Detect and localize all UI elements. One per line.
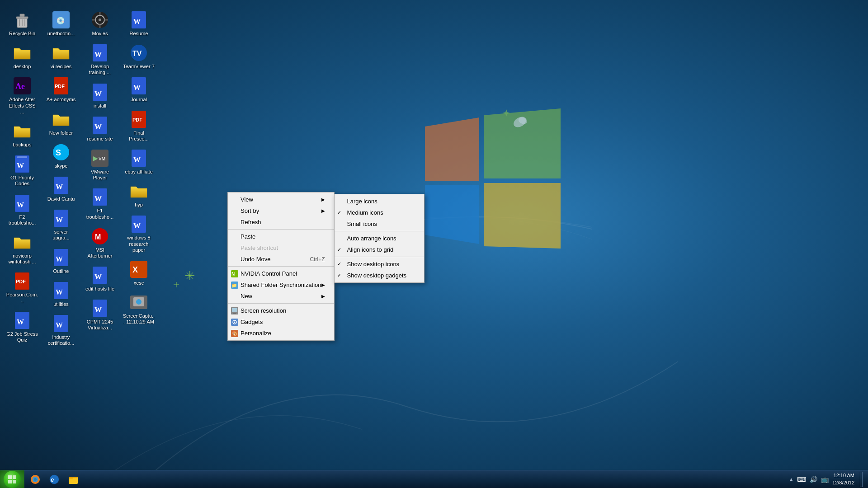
- svg-text:PDF: PDF: [55, 84, 65, 89]
- personalize-label: Personalize: [241, 330, 271, 337]
- icon-industry-certification[interactable]: W industry certificatio...: [43, 313, 79, 348]
- shared-folder-icon: 📁: [231, 281, 239, 289]
- shared-folder-label: Shared Folder Synchronization: [241, 282, 321, 288]
- context-menu-personalize[interactable]: 🎨 Personalize: [228, 328, 334, 339]
- system-clock[interactable]: 12:10 AM 12/8/2012: [832, 472, 854, 486]
- svg-text:X: X: [132, 265, 138, 274]
- refresh-label: Refresh: [241, 219, 261, 225]
- icon-xesc[interactable]: X xesc: [121, 258, 156, 288]
- icon-journal[interactable]: W Journal: [121, 75, 156, 104]
- icon-outline[interactable]: W Outline: [43, 247, 79, 276]
- icon-ebay-affiliate[interactable]: W ebay affiliate: [121, 147, 156, 177]
- svg-text:W: W: [133, 222, 141, 230]
- icon-backups[interactable]: backups: [5, 120, 40, 150]
- context-menu-refresh[interactable]: Refresh: [228, 216, 334, 228]
- icon-utilities[interactable]: W utilities: [43, 280, 79, 309]
- submenu-large-icons[interactable]: Large icons: [335, 196, 424, 207]
- icon-install[interactable]: W install: [82, 81, 118, 111]
- icon-windows8-research[interactable]: W windows 8 research paper: [121, 213, 156, 255]
- submenu-small-icons[interactable]: Small icons: [335, 218, 424, 230]
- context-menu-new[interactable]: New ▶: [228, 291, 334, 302]
- submenu-align-to-grid[interactable]: ✓ Align icons to grid: [335, 244, 424, 255]
- icon-edit-hosts-file[interactable]: W edit hosts file: [82, 264, 118, 294]
- small-icons-label: Small icons: [347, 221, 377, 227]
- icon-teamviewer[interactable]: TV TeamViewer 7: [121, 42, 156, 71]
- context-menu-sort-by[interactable]: Sort by ▶: [228, 205, 334, 216]
- submenu-show-desktop-icons[interactable]: ✓ Show desktop icons: [335, 258, 424, 270]
- notification-arrow[interactable]: ▲: [789, 477, 793, 482]
- taskbar-ie[interactable]: e: [45, 472, 63, 487]
- svg-text:M: M: [95, 233, 101, 241]
- icon-adobe-after-effects[interactable]: Ae Adobe After Effects CSS ...: [5, 75, 40, 117]
- svg-line-8: [187, 272, 193, 279]
- context-menu-nvidia[interactable]: N NVIDIA Control Panel: [228, 268, 334, 279]
- icon-g1-priority-codes[interactable]: W G1 Priority Codes: [5, 153, 40, 188]
- context-menu-shared-folder[interactable]: 📁 Shared Folder Synchronization ▶: [228, 279, 334, 291]
- context-menu-paste-shortcut[interactable]: Paste shortcut: [228, 242, 334, 253]
- icon-skype[interactable]: S skype: [43, 141, 79, 171]
- large-icons-label: Large icons: [347, 198, 377, 205]
- context-menu-gadgets[interactable]: Gadgets: [228, 316, 334, 328]
- icon-new-folder[interactable]: New folder: [43, 108, 79, 138]
- icon-cpmt-2245[interactable]: W CPMT 2245 Virtualiza...: [82, 297, 118, 333]
- icon-desktop-folder[interactable]: desktop: [5, 42, 40, 71]
- view-arrow-icon: ▶: [321, 197, 325, 202]
- svg-text:PDF: PDF: [16, 279, 26, 284]
- undo-move-label: Undo Move: [241, 256, 270, 263]
- context-menu-undo-move[interactable]: Undo Move Ctrl+Z: [228, 253, 334, 265]
- icon-develop-training[interactable]: W Develop training ...: [82, 42, 118, 77]
- tray-network-icon[interactable]: 📺: [821, 476, 829, 483]
- start-button[interactable]: [0, 470, 24, 488]
- svg-rect-91: [232, 308, 237, 312]
- icon-msi-afterburner[interactable]: M MSI Afterburner: [82, 225, 118, 261]
- icon-vi-recipes[interactable]: vi recipes: [43, 42, 79, 71]
- icon-hyp[interactable]: hyp: [121, 180, 156, 210]
- show-desktop-icons-check: ✓: [337, 261, 341, 267]
- icon-a-plus-acronyms[interactable]: PDF A+ acronyms: [43, 75, 79, 104]
- svg-text:W: W: [56, 288, 63, 296]
- svg-point-47: [99, 19, 101, 21]
- clock-date: 12/8/2012: [832, 479, 854, 486]
- icon-pearson[interactable]: PDF Pearson.Com...: [5, 270, 40, 305]
- icon-resume-site[interactable]: W resume site: [82, 114, 118, 144]
- icon-f1-troubleshoot[interactable]: W F1 troublesho...: [82, 186, 118, 221]
- svg-text:e: e: [51, 476, 54, 483]
- svg-text:W: W: [133, 84, 141, 91]
- svg-text:W: W: [94, 51, 102, 58]
- tray-volume-icon[interactable]: 🔊: [810, 476, 817, 483]
- icon-resume[interactable]: W Resume: [121, 9, 156, 38]
- paste-label: Paste: [241, 233, 255, 240]
- svg-text:W: W: [17, 162, 24, 169]
- menu-sep2: [228, 266, 334, 267]
- clock-time: 12:10 AM: [832, 472, 854, 479]
- icon-screencapture[interactable]: ScreenCaptu... 12:10:29 AM: [121, 291, 156, 327]
- icon-novicorp[interactable]: novicorp wintoflash ...: [5, 231, 40, 267]
- submenu-auto-arrange[interactable]: Auto arrange icons: [335, 233, 424, 244]
- align-to-grid-label: Align icons to grid: [347, 246, 394, 253]
- personalize-icon: 🎨: [231, 329, 239, 338]
- svg-rect-92: [233, 313, 236, 314]
- context-menu-paste[interactable]: Paste: [228, 231, 334, 242]
- screen-resolution-icon: [231, 307, 239, 315]
- icon-f2-troubleshoot[interactable]: W F2 troublesho...: [5, 192, 40, 228]
- show-desktop-btn[interactable]: [860, 472, 863, 487]
- icon-vmware-player[interactable]: ▶VM VMware Player: [82, 147, 118, 183]
- svg-rect-21: [17, 156, 27, 158]
- context-menu-screen-resolution[interactable]: Screen resolution: [228, 305, 334, 316]
- submenu-show-desktop-gadgets[interactable]: ✓ Show desktop gadgets: [335, 270, 424, 281]
- icon-g2-job-stress[interactable]: W G2 Job Stress Quiz: [5, 310, 40, 345]
- tray-keyboard-icon: ⌨: [797, 476, 806, 483]
- icon-recycle-bin[interactable]: Recycle Bin: [5, 9, 40, 38]
- context-menu-view[interactable]: View ▶ Large icons ✓ Medium icons Small …: [228, 194, 334, 205]
- icon-david-cantu[interactable]: W David Cantu: [43, 174, 79, 204]
- icon-final-presce[interactable]: PDF Final Presce...: [121, 108, 156, 144]
- svg-text:W: W: [94, 123, 102, 131]
- icon-server-upgrade[interactable]: W server upgra...: [43, 207, 79, 243]
- icon-unetbootin[interactable]: 💿 unetbootin...: [43, 9, 79, 38]
- submenu-medium-icons[interactable]: ✓ Medium icons: [335, 207, 424, 218]
- taskbar-right: ▲ ⌨ 🔊 📺 12:10 AM 12/8/2012: [789, 472, 868, 487]
- svg-text:W: W: [94, 195, 102, 202]
- taskbar-explorer[interactable]: [64, 472, 82, 487]
- icon-movies[interactable]: Movies: [82, 9, 118, 38]
- taskbar-firefox[interactable]: [26, 472, 44, 487]
